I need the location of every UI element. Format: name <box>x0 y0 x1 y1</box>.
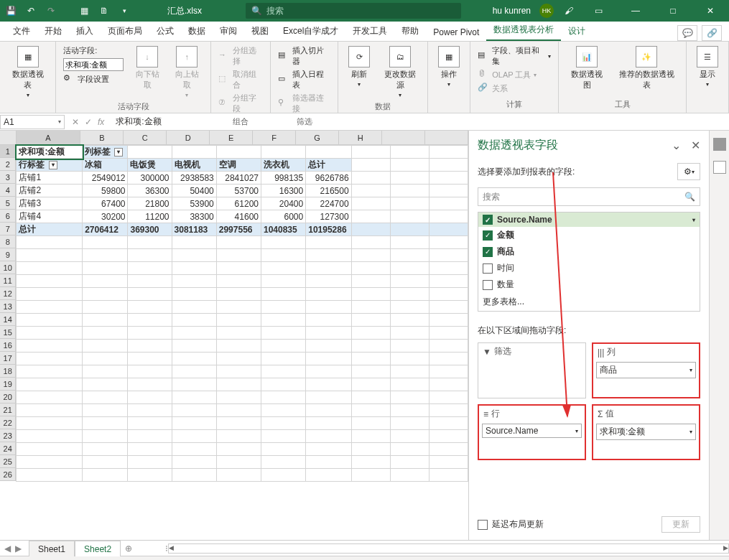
field-商品[interactable]: ✓商品 <box>478 243 700 260</box>
row-header-5[interactable]: 5 <box>0 197 16 210</box>
row-header-7[interactable]: 7 <box>0 223 16 235</box>
minimize-icon[interactable]: — <box>621 0 650 22</box>
more-tables-link[interactable]: 更多表格... <box>478 293 700 311</box>
tab-Power Pivot[interactable]: Power Pivot <box>426 24 486 41</box>
horizontal-scrollbar[interactable] <box>168 543 729 554</box>
field-settings-button[interactable]: ⚙字段设置 <box>62 73 125 85</box>
show-button[interactable]: ☰显示▾ <box>692 45 723 89</box>
close-icon[interactable]: ✕ <box>696 0 725 22</box>
tab-审阅[interactable]: 审阅 <box>213 22 244 41</box>
tab-文件[interactable]: 文件 <box>6 22 37 41</box>
values-area[interactable]: Σ值 求和项:金额▾ <box>592 404 700 460</box>
pane-close-icon[interactable]: ✕ <box>691 139 700 152</box>
rows-area[interactable]: ≡行 Source.Name▾ <box>478 404 586 460</box>
val-area-item[interactable]: 求和项:金额▾ <box>596 424 696 440</box>
name-box[interactable]: A1▾ <box>0 115 65 129</box>
row-header-8[interactable]: 8 <box>0 235 16 248</box>
field-checkbox[interactable] <box>483 280 493 290</box>
row-header-18[interactable]: 18 <box>0 365 16 378</box>
field-checkbox[interactable] <box>483 263 493 274</box>
brush-icon[interactable]: 🖌 <box>562 4 575 17</box>
recommended-pivot-button[interactable]: ✨推荐的数据透视表 <box>613 45 680 92</box>
col-header-G[interactable]: G <box>296 131 339 145</box>
qat-icon-2[interactable]: 🗎 <box>98 4 111 17</box>
row-header-9[interactable]: 9 <box>0 248 16 261</box>
fx-icon[interactable]: fx <box>98 117 104 127</box>
redo-icon[interactable]: ↷ <box>45 4 57 17</box>
ribbon-display-icon[interactable]: ▭ <box>584 0 613 22</box>
add-sheet-button[interactable]: ⊕ <box>121 543 136 554</box>
pivot-chart-button[interactable]: 📊数据透视图 <box>565 45 608 92</box>
share-button[interactable]: 🔗 <box>702 25 722 41</box>
side-icon-1[interactable] <box>713 138 726 151</box>
tab-开发工具[interactable]: 开发工具 <box>345 22 394 41</box>
field-金额[interactable]: ✓金额 <box>478 227 700 243</box>
row-header-22[interactable]: 22 <box>0 416 16 429</box>
field-search-input[interactable]: 搜索 🔍 <box>478 187 700 206</box>
enter-formula-icon[interactable]: ✓ <box>85 117 92 127</box>
row-header-11[interactable]: 11 <box>0 274 16 287</box>
row-header-21[interactable]: 21 <box>0 403 16 416</box>
cancel-formula-icon[interactable]: ✕ <box>72 117 79 127</box>
row-header-19[interactable]: 19 <box>0 378 16 391</box>
row-header-2[interactable]: 2 <box>0 158 16 171</box>
row-header-15[interactable]: 15 <box>0 326 16 339</box>
comments-button[interactable]: 💬 <box>677 25 697 41</box>
maximize-icon[interactable]: □ <box>659 0 687 22</box>
formula-input[interactable]: 求和项:金额 <box>111 116 729 128</box>
change-source-button[interactable]: 🗂更改数据源▾ <box>379 45 422 100</box>
avatar[interactable]: HK <box>539 4 554 18</box>
col-header-H[interactable]: H <box>339 131 382 145</box>
row-header-3[interactable]: 3 <box>0 171 16 184</box>
refresh-button[interactable]: ⟳刷新▾ <box>344 45 374 89</box>
field-数量[interactable]: 数量 <box>478 276 700 293</box>
row-header-16[interactable]: 16 <box>0 339 16 352</box>
tab-页面布局[interactable]: 页面布局 <box>101 22 149 41</box>
columns-area[interactable]: |||列 商品▾ <box>592 342 700 398</box>
col-header-C[interactable]: C <box>124 131 167 145</box>
row-header-6[interactable]: 6 <box>0 210 16 223</box>
filter-area[interactable]: ▼筛选 <box>478 342 586 398</box>
col-header-E[interactable]: E <box>210 131 253 145</box>
row-header-4[interactable]: 4 <box>0 184 16 197</box>
col-header-B[interactable]: B <box>80 131 124 145</box>
insert-timeline-button[interactable]: ▭插入日程表 <box>277 68 332 91</box>
col-header-F[interactable]: F <box>253 131 296 145</box>
tab-Excel自学成才[interactable]: Excel自学成才 <box>276 22 345 41</box>
search-box[interactable]: 🔍 搜索 <box>246 3 461 19</box>
pane-collapse-icon[interactable]: ⌄ <box>672 139 681 152</box>
row-header-26[interactable]: 26 <box>0 468 16 481</box>
qat-icon-1[interactable]: ▦ <box>78 4 90 17</box>
tab-公式[interactable]: 公式 <box>149 22 181 41</box>
field-Source.Name[interactable]: ✓Source.Name▾ <box>478 213 700 227</box>
fields-items-button[interactable]: ▤字段、项目和集 ▾ <box>476 45 552 67</box>
row-header-17[interactable]: 17 <box>0 352 16 365</box>
row-header-25[interactable]: 25 <box>0 455 16 468</box>
worksheet-grid[interactable]: ABCDEFGH 1234567891011121314151617181920… <box>0 131 468 540</box>
sheet-tab-Sheet2[interactable]: Sheet2 <box>75 541 121 556</box>
insert-slicer-button[interactable]: ▤插入切片器 <box>277 45 332 67</box>
sheet-nav-prev-icon[interactable]: ◀ <box>4 543 11 554</box>
row-header-13[interactable]: 13 <box>0 300 16 313</box>
row-header-10[interactable]: 10 <box>0 261 16 274</box>
row-header-20[interactable]: 20 <box>0 391 16 403</box>
save-icon[interactable]: 💾 <box>4 4 17 17</box>
field-时间[interactable]: 时间 <box>478 260 700 276</box>
row-header-14[interactable]: 14 <box>0 313 16 326</box>
field-checkbox[interactable]: ✓ <box>483 230 493 241</box>
tab-视图[interactable]: 视图 <box>244 22 276 41</box>
tab-插入[interactable]: 插入 <box>69 22 101 41</box>
defer-checkbox[interactable] <box>478 520 488 530</box>
actions-button[interactable]: ▦操作▾ <box>434 45 464 89</box>
col-area-item[interactable]: 商品▾ <box>596 362 696 378</box>
select-all-corner[interactable] <box>0 131 17 145</box>
row-header-1[interactable]: 1 <box>0 145 16 158</box>
active-field-input[interactable] <box>63 58 124 71</box>
pivottable-button[interactable]: ▦ 数据透视表 ▾ <box>6 45 50 100</box>
update-button[interactable]: 更新 <box>661 516 700 533</box>
col-header-A[interactable]: A <box>17 131 81 145</box>
row-area-item[interactable]: Source.Name▾ <box>482 424 582 438</box>
tab-数据透视表分析[interactable]: 数据透视表分析 <box>486 20 561 41</box>
row-header-12[interactable]: 12 <box>0 287 16 300</box>
row-header-24[interactable]: 24 <box>0 442 16 455</box>
